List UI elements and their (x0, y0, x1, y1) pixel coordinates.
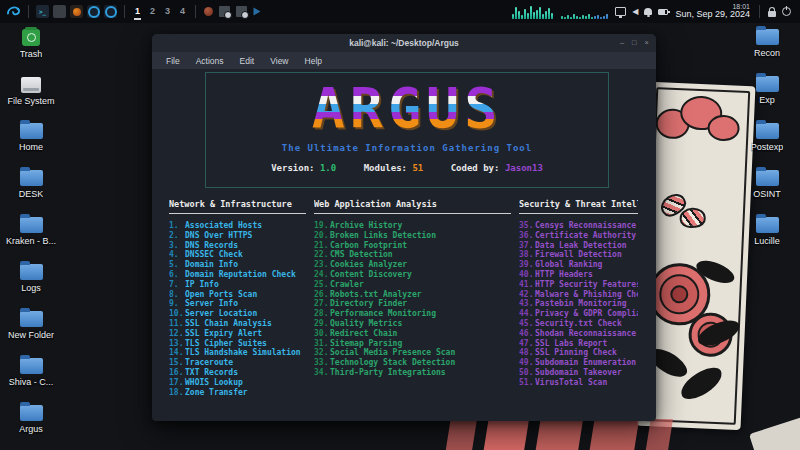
graph-bar (576, 16, 578, 19)
module-item: 33.Technology Stack Detection (314, 358, 511, 368)
menu-item[interactable]: View (262, 56, 296, 66)
argus-meta-line: Version: 1.0 Modules: 51 Coded by: Jason… (206, 163, 608, 173)
desktop-icon-label: Home (19, 142, 43, 152)
folder-icon (22, 29, 40, 46)
terminal-titlebar[interactable]: kali@kali: ~/Desktop/Argus – □ × (152, 34, 656, 52)
close-button[interactable]: × (645, 39, 649, 47)
indicator-triangle-icon[interactable] (254, 8, 261, 16)
module-item: 32.Social Media Presence Scan (314, 348, 511, 358)
terminal-app-icon[interactable]: >_ (36, 5, 49, 18)
bell-icon[interactable] (644, 8, 652, 15)
graph-bar (512, 14, 514, 19)
desktop-icon[interactable]: Argus (0, 401, 62, 443)
clock-date: Sun, Sep 29, 2024 (675, 10, 750, 20)
graph-bar (582, 15, 584, 19)
folder-icon (20, 123, 43, 139)
panel-separator (195, 5, 196, 18)
workspace-button[interactable]: 1 (134, 4, 141, 20)
menu-item[interactable]: File (158, 56, 188, 66)
file-manager-app-icon[interactable] (53, 5, 66, 18)
desktop-icon-label: DESK (19, 189, 44, 199)
cpu-graph[interactable] (512, 4, 553, 19)
display-icon[interactable] (615, 7, 626, 16)
maximize-button[interactable]: □ (632, 39, 637, 47)
module-item: 2.DNS Over HTTPS (169, 231, 306, 241)
clock[interactable]: 18:01 Sun, Sep 29, 2024 (675, 3, 750, 21)
module-item: 35.Censys Reconnaissance (519, 221, 638, 231)
module-item: 20.Broken Links Detection (314, 231, 511, 241)
folder-icon (20, 264, 43, 280)
desktop-icon[interactable]: Trash (0, 25, 62, 67)
desktop-icon[interactable]: Logs (0, 260, 62, 302)
menu-item[interactable]: Help (297, 56, 330, 66)
terminal-window: kali@kali: ~/Desktop/Argus – □ × FileAct… (152, 34, 656, 421)
graph-bar (542, 14, 544, 19)
module-item: 1.Associated Hosts (169, 221, 306, 231)
graph-bar (539, 7, 541, 19)
graph-bar (585, 16, 587, 19)
desktop-icon[interactable]: Exp (736, 72, 798, 114)
module-item: 3.DNS Records (169, 241, 306, 251)
module-item: 7.IP Info (169, 280, 306, 290)
module-item: 12.SSL Expiry Alert (169, 329, 306, 339)
desktop-icon-label: Lucille (754, 236, 780, 246)
terminal-content[interactable]: ARGUS The Ultimate Information Gathering… (152, 69, 656, 397)
minimize-button[interactable]: – (620, 39, 624, 47)
window-title: kali@kali: ~/Desktop/Argus (152, 38, 656, 48)
settings-screen-icon[interactable] (236, 6, 247, 17)
menu-item[interactable]: Actions (188, 56, 232, 66)
kali-logo-icon[interactable] (6, 4, 21, 19)
folder-icon (20, 311, 43, 327)
graph-bar (564, 17, 566, 19)
column-header: Security & Threat Intellige… (519, 199, 638, 214)
module-item: 48.SSL Pinning Check (519, 348, 638, 358)
desktop-icon[interactable]: DESK (0, 166, 62, 208)
battery-icon[interactable] (658, 9, 668, 15)
desktop-icon-label: Trash (20, 49, 43, 59)
module-item: 21.Carbon Footprint (314, 241, 511, 251)
graph-bar (588, 14, 590, 19)
lock-icon[interactable] (768, 11, 776, 17)
settings-doc-icon[interactable] (219, 6, 230, 17)
column-items: 35.Censys Reconnaissance36.Certificate A… (519, 221, 638, 388)
module-item: 38.Firewall Detection (519, 250, 638, 260)
window-controls: – □ × (620, 34, 649, 52)
workspace-button[interactable]: 3 (164, 4, 171, 20)
desktop-icon[interactable]: New Folder (0, 307, 62, 349)
column-security-threat: Security & Threat Intellige… 35.Censys R… (519, 199, 638, 397)
graph-bar (570, 17, 572, 19)
blue-app-icon-1[interactable] (87, 5, 100, 18)
workspace-button[interactable]: 4 (179, 4, 186, 20)
version-label: Version: (271, 163, 314, 173)
power-icon[interactable] (782, 7, 791, 16)
module-item: 49.Subdomain Enumeration (519, 358, 638, 368)
desktop-icon[interactable]: Recon (736, 25, 798, 67)
desktop-icon[interactable]: Lucille (736, 213, 798, 255)
graph-bar (591, 17, 593, 19)
desktop-icon[interactable]: OSINT (736, 166, 798, 208)
workspace-button[interactable]: 2 (149, 4, 156, 20)
panel-separator (759, 5, 760, 18)
folder-icon (756, 76, 779, 92)
module-item: 24.Content Discovery (314, 270, 511, 280)
graph-bar (527, 13, 529, 19)
desktop-icon[interactable]: Kraken - B... (0, 213, 62, 255)
version-value: 1.0 (320, 163, 336, 173)
module-item: 9.Server Info (169, 299, 306, 309)
desktop-icon[interactable]: File System (0, 72, 62, 114)
desktop-icons-right: Recon Exp Postexp OSINT Lucille (736, 25, 798, 255)
desktop-icon-label: Recon (754, 48, 780, 58)
menu-item[interactable]: Edit (232, 56, 263, 66)
blue-app-icon-2[interactable] (104, 5, 117, 18)
desktop-icon[interactable]: Shiva - C... (0, 354, 62, 396)
graph-bar (579, 17, 581, 19)
app-orb-icon[interactable] (204, 7, 213, 16)
volume-icon[interactable]: ◀ (632, 8, 638, 16)
module-item: 14.TLS Handshake Simulation (169, 348, 306, 358)
network-graph[interactable] (561, 4, 608, 19)
desktop-icon[interactable]: Postexp (736, 119, 798, 161)
module-item: 26.Robots.txt Analyzer (314, 290, 511, 300)
desktop-icon-label: Logs (21, 283, 41, 293)
desktop-icon[interactable]: Home (0, 119, 62, 161)
browser-app-icon[interactable] (70, 5, 83, 18)
